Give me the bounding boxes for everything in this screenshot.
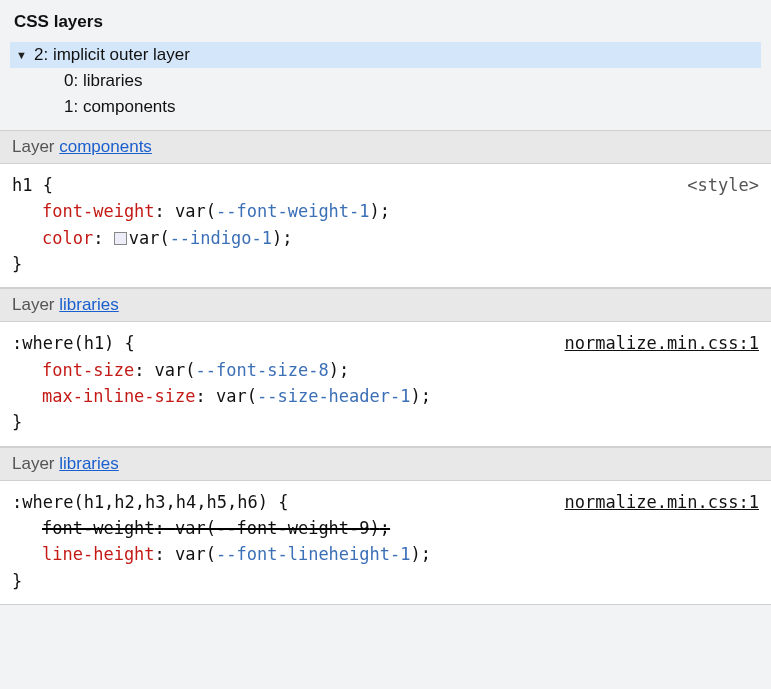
css-declaration[interactable]: font-weight: var(--font-weight-1); bbox=[42, 198, 759, 224]
close-brace: } bbox=[12, 568, 759, 594]
property-name: color bbox=[42, 228, 93, 248]
layer-header: Layer components bbox=[0, 130, 771, 164]
layer-header: Layer libraries bbox=[0, 288, 771, 322]
property-name: font-weight bbox=[42, 518, 155, 538]
css-variable-ref[interactable]: --font-size-8 bbox=[196, 360, 329, 380]
css-variable-ref[interactable]: --font-weight-1 bbox=[216, 201, 370, 221]
rule-selector[interactable]: :where(h1) { bbox=[12, 330, 135, 356]
css-variable-ref[interactable]: --font-lineheight-1 bbox=[216, 544, 410, 564]
disclosure-triangle-icon[interactable]: ▼ bbox=[16, 50, 28, 61]
close-brace: } bbox=[12, 409, 759, 435]
tree-row-child[interactable]: 1: components bbox=[10, 94, 761, 120]
layer-link[interactable]: libraries bbox=[59, 295, 119, 314]
css-declaration[interactable]: max-inline-size: var(--size-header-1); bbox=[42, 383, 759, 409]
rule-selector[interactable]: :where(h1,h2,h3,h4,h5,h6) { bbox=[12, 489, 288, 515]
rule-body: font-size: var(--font-size-8);max-inline… bbox=[12, 357, 759, 410]
css-declaration[interactable]: color: var(--indigo-1); bbox=[42, 225, 759, 251]
css-rule-block: :where(h1) {normalize.min.css:1font-size… bbox=[0, 322, 771, 446]
layer-link[interactable]: libraries bbox=[59, 454, 119, 473]
rule-body: font-weight: var(--font-weight-9);line-h… bbox=[12, 515, 759, 568]
rule-head: h1 {<style> bbox=[12, 172, 759, 198]
close-brace: } bbox=[12, 251, 759, 277]
rule-source[interactable]: normalize.min.css:1 bbox=[565, 489, 759, 515]
rule-selector[interactable]: h1 { bbox=[12, 172, 53, 198]
css-layers-panel: CSS layers ▼ 2: implicit outer layer 0: … bbox=[0, 0, 771, 605]
css-rule-block: h1 {<style>font-weight: var(--font-weigh… bbox=[0, 164, 771, 288]
layer-header: Layer libraries bbox=[0, 447, 771, 481]
layer-label-text: Layer bbox=[12, 295, 59, 314]
tree-row-child[interactable]: 0: libraries bbox=[10, 68, 761, 94]
property-name: font-weight bbox=[42, 201, 155, 221]
tree-root-label: 2: implicit outer layer bbox=[34, 45, 190, 65]
layer-link[interactable]: components bbox=[59, 137, 152, 156]
property-name: font-size bbox=[42, 360, 134, 380]
css-declaration[interactable]: font-weight: var(--font-weight-9); bbox=[42, 515, 759, 541]
rule-source: <style> bbox=[687, 172, 759, 198]
css-variable-ref[interactable]: --font-weight-9 bbox=[216, 518, 370, 538]
rule-head: :where(h1,h2,h3,h4,h5,h6) {normalize.min… bbox=[12, 489, 759, 515]
rule-head: :where(h1) {normalize.min.css:1 bbox=[12, 330, 759, 356]
rule-source[interactable]: normalize.min.css:1 bbox=[565, 330, 759, 356]
property-name: line-height bbox=[42, 544, 155, 564]
property-name: max-inline-size bbox=[42, 386, 196, 406]
panel-title: CSS layers bbox=[0, 0, 771, 42]
css-rule-block: :where(h1,h2,h3,h4,h5,h6) {normalize.min… bbox=[0, 481, 771, 605]
tree-row-root[interactable]: ▼ 2: implicit outer layer bbox=[10, 42, 761, 68]
css-declaration[interactable]: line-height: var(--font-lineheight-1); bbox=[42, 541, 759, 567]
layer-label-text: Layer bbox=[12, 454, 59, 473]
css-variable-ref[interactable]: --size-header-1 bbox=[257, 386, 411, 406]
layer-label-text: Layer bbox=[12, 137, 59, 156]
css-variable-ref[interactable]: --indigo-1 bbox=[170, 228, 272, 248]
color-swatch-icon[interactable] bbox=[114, 232, 127, 245]
rule-body: font-weight: var(--font-weight-1);color:… bbox=[12, 198, 759, 251]
layer-tree: ▼ 2: implicit outer layer 0: libraries1:… bbox=[0, 42, 771, 130]
css-declaration[interactable]: font-size: var(--font-size-8); bbox=[42, 357, 759, 383]
